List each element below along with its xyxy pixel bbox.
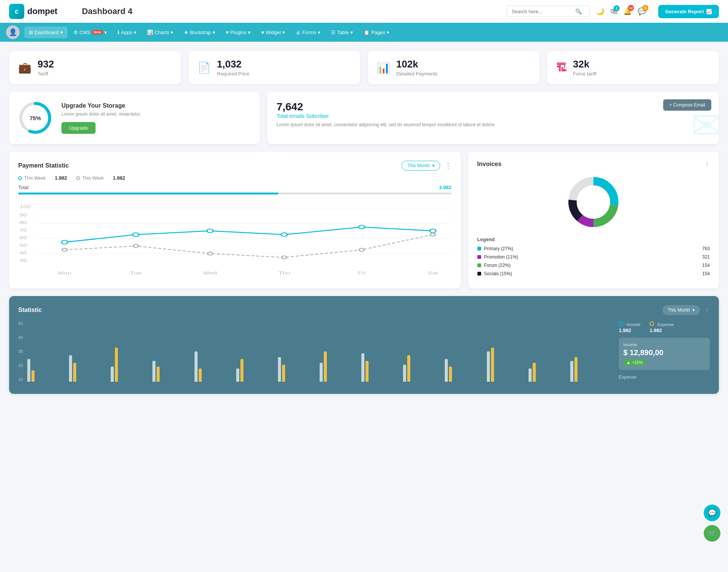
more-options-icon[interactable]: ⋮ <box>445 161 452 170</box>
nav-label-plugins: Plugins <box>230 30 246 35</box>
chevron-down-icon-cms: ▾ <box>104 30 107 35</box>
payments-label: Detailed Payments <box>396 71 438 77</box>
theme-toggle-icon[interactable]: 🌙 <box>596 7 604 16</box>
bar-yellow <box>324 351 327 382</box>
bar-group <box>69 355 108 382</box>
chevron-down-icon-widget: ▾ <box>282 30 285 35</box>
bar-yellow <box>574 357 577 382</box>
tariff-value: 932 <box>38 58 54 70</box>
logo-text: dompet <box>27 6 57 16</box>
nav-item-plugins[interactable]: ♥ Plugins ▾ <box>221 27 255 38</box>
payment-title: Payment Statistic <box>18 162 69 169</box>
payments-icon: 📊 <box>377 61 390 74</box>
statistic-card: Statistic This Month ▾ ⋮ 50 40 30 20 10 <box>9 296 719 394</box>
charts-icon: 📊 <box>147 30 153 35</box>
storage-info: Upgrade Your Storage Lorem ipsum dolor s… <box>61 102 141 134</box>
nav-label-widget: Widget <box>266 30 281 35</box>
nav-item-pages[interactable]: 📋 Pages ▾ <box>359 27 394 38</box>
cms-new-badge: New <box>92 30 103 34</box>
nav-avatar: 👤 <box>6 25 20 39</box>
price-icon: 📄 <box>198 61 211 74</box>
nav-item-forms[interactable]: 🖨 Forms ▾ <box>291 27 325 38</box>
price-value: 1,032 <box>217 58 249 70</box>
email-card: + Compose Email 7,642 Total emails Subcr… <box>267 92 719 144</box>
tariff-icon: 💼 <box>18 61 31 74</box>
bar-yellow <box>449 367 452 382</box>
bar-white <box>111 367 114 382</box>
search-input[interactable] <box>511 9 572 14</box>
nav-item-apps[interactable]: ℹ Apps ▾ <box>113 27 141 38</box>
price-info: 1,032 Required Price <box>217 58 249 77</box>
main-content: 💼 932 Tariff 📄 1,032 Required Price 📊 10… <box>0 42 728 403</box>
svg-text:30: 30 <box>19 258 27 263</box>
donut-chart <box>477 174 710 230</box>
generate-report-button[interactable]: Generate Report 📈 <box>658 5 719 18</box>
bar-group <box>236 359 276 382</box>
legend-item-1: This Week <box>18 175 46 181</box>
bar-white <box>445 359 448 382</box>
notification-icon-btn[interactable]: 🔔 12 <box>623 7 632 16</box>
nav-item-table[interactable]: ☰ Table ▾ <box>326 27 358 38</box>
nav-item-dashboard[interactable]: ⊞ Dashboard ▾ <box>24 27 67 38</box>
email-count: 7,642 <box>276 101 710 113</box>
nav-item-cms[interactable]: ⚙ CMS New ▾ <box>69 27 111 38</box>
logo-icon: c <box>9 4 24 19</box>
plugins-icon: ♥ <box>226 30 229 35</box>
bar-group <box>278 357 317 382</box>
bar-yellow <box>407 355 410 382</box>
middle-row: 75% Upgrade Your Storage Lorem ipsum dol… <box>9 92 719 144</box>
bar-group <box>152 361 192 382</box>
nav-item-widget[interactable]: ♥ Widget ▾ <box>257 27 290 38</box>
nav-item-bootstrap[interactable]: ★ Bootstrap ▾ <box>179 27 220 38</box>
ie-row: Income 1.982 Expense 1.982 <box>619 321 710 333</box>
chevron-down-icon-forms: ▾ <box>318 30 320 35</box>
bar-white <box>403 365 406 382</box>
statistic-filter-button[interactable]: This Month ▾ <box>662 305 700 315</box>
payment-total-row: Total 3.982 <box>18 185 452 190</box>
expense-label-bottom: Expense <box>619 375 710 380</box>
bar-white <box>570 361 573 382</box>
apps-icon: ℹ <box>118 30 119 35</box>
svg-text:Fri: Fri <box>358 271 366 275</box>
cart-icon-btn[interactable]: 🛍 2 <box>610 8 617 16</box>
invoices-legend: Legend Primary (27%) 763 Promotion (11%)… <box>477 237 710 276</box>
legend-row-forum: Forum (22%) 154 <box>477 263 710 268</box>
force-tariff-icon: 🏗 <box>556 61 567 74</box>
bar-yellow <box>533 363 536 382</box>
email-sub-label: Total emails Subcriber. <box>276 113 710 119</box>
svg-text:50: 50 <box>19 243 27 248</box>
stat-card-payments: 📊 102k Detailed Payments <box>368 51 540 84</box>
search-box[interactable]: 🔍 <box>507 6 590 17</box>
table-icon: ☰ <box>331 30 336 35</box>
bar-yellow <box>366 361 369 382</box>
nav-label-forms: Forms <box>302 30 316 35</box>
nav-item-charts[interactable]: 📊 Charts ▾ <box>143 27 178 38</box>
upgrade-button[interactable]: Upgrade <box>61 122 96 134</box>
bar-white <box>27 359 30 382</box>
nav-label-apps: Apps <box>121 30 132 35</box>
statistic-more-icon[interactable]: ⋮ <box>704 307 710 313</box>
message-icon-btn[interactable]: 💬 5 <box>638 7 646 16</box>
svg-point-37 <box>577 185 610 219</box>
statistic-body: 50 40 30 20 10 Income 1. <box>18 321 710 385</box>
payment-filter-button[interactable]: This Month ▾ <box>402 161 440 171</box>
y-axis: 50 40 30 20 10 <box>18 321 23 382</box>
payment-legend: This Week 1.982 This Week 1.982 <box>18 175 452 181</box>
legend-row-promotion: Promotion (11%) 321 <box>477 254 710 260</box>
bar-white <box>195 351 198 382</box>
msg-badge: 5 <box>642 5 648 11</box>
chevron-down-icon-table: ▾ <box>350 30 353 35</box>
invoices-more-icon[interactable]: ⋮ <box>704 161 710 167</box>
income-change: ▲ +15% <box>623 359 646 365</box>
svg-text:80: 80 <box>19 220 27 225</box>
bar-white <box>69 355 72 382</box>
navbar: 👤 ⊞ Dashboard ▾ ⚙ CMS New ▾ ℹ Apps ▾ 📊 C… <box>0 23 728 42</box>
bar-group <box>320 351 359 382</box>
bar-white <box>529 368 532 382</box>
force-tariff-value: 32k <box>573 58 596 70</box>
filter-label: This Month <box>407 163 430 168</box>
force-tariff-info: 32k Force tariff <box>573 58 596 77</box>
bar-chart-container: 50 40 30 20 10 <box>18 321 610 385</box>
widget-icon: ♥ <box>261 30 264 35</box>
nav-label-cms: CMS <box>80 30 91 35</box>
